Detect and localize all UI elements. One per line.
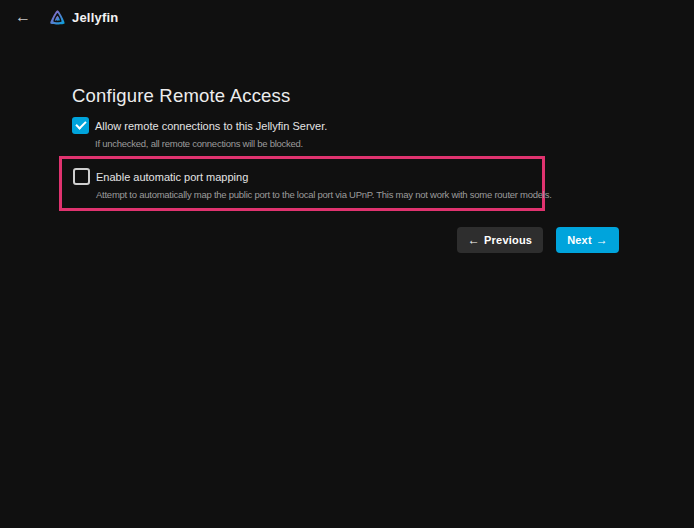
port-mapping-highlight-box: Enable automatic port mapping Attempt to… — [59, 156, 545, 211]
remote-connections-option: Allow remote connections to this Jellyfi… — [72, 117, 619, 149]
wizard-nav-buttons: ← Previous Next → — [72, 227, 619, 253]
arrow-left-icon: ← — [468, 233, 480, 247]
jellyfin-logo-icon — [48, 8, 67, 27]
allow-remote-connections-checkbox[interactable] — [72, 117, 89, 134]
next-button[interactable]: Next → — [556, 227, 619, 253]
allow-remote-connections-description: If unchecked, all remote connections wil… — [95, 138, 619, 149]
enable-port-mapping-checkbox[interactable] — [73, 168, 90, 185]
app-bar: ← Jellyfin — [0, 0, 694, 34]
previous-button-label: Previous — [484, 234, 532, 246]
app-title: Jellyfin — [72, 10, 118, 25]
wizard-content: Configure Remote Access Allow remote con… — [72, 84, 619, 253]
enable-port-mapping-label[interactable]: Enable automatic port mapping — [96, 171, 248, 183]
jellyfin-setup-wizard: ← Jellyfin Configure Remote Access Allow… — [0, 0, 694, 528]
page-title: Configure Remote Access — [72, 84, 619, 107]
next-button-label: Next — [567, 234, 592, 246]
back-arrow-icon: ← — [15, 8, 31, 25]
arrow-right-icon: → — [596, 233, 608, 247]
allow-remote-connections-label[interactable]: Allow remote connections to this Jellyfi… — [95, 120, 327, 132]
back-button[interactable]: ← — [10, 4, 36, 30]
previous-button[interactable]: ← Previous — [457, 227, 543, 253]
enable-port-mapping-description: Attempt to automatically map the public … — [96, 189, 532, 200]
port-mapping-option: Enable automatic port mapping Attempt to… — [73, 168, 532, 200]
